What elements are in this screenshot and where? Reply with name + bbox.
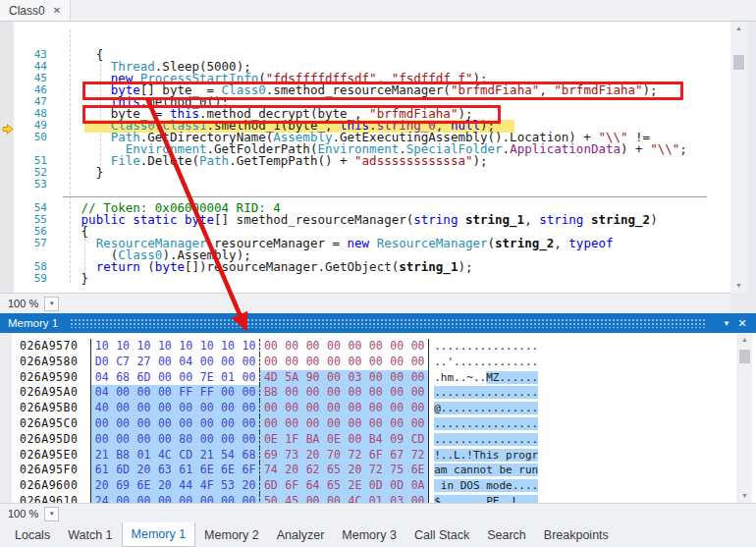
memory-row[interactable]: 026A957010101010101010100000000000000000… xyxy=(20,339,538,355)
memory-byte[interactable]: 4D xyxy=(259,370,281,386)
memory-byte[interactable]: 21 xyxy=(196,448,217,464)
memory-byte[interactable]: 00 xyxy=(112,416,133,432)
memory-byte[interactable]: 00 xyxy=(407,416,428,432)
memory-byte[interactable]: 00 xyxy=(407,401,428,416)
memory-byte[interactable]: 00 xyxy=(386,370,406,386)
memory-byte[interactable]: 61 xyxy=(91,463,112,478)
memory-byte[interactable]: 6E xyxy=(134,478,154,494)
memory-byte[interactable]: 63 xyxy=(154,463,175,478)
memory-byte[interactable]: 00 xyxy=(239,416,259,432)
memory-byte[interactable]: 00 xyxy=(134,432,154,448)
memory-row[interactable]: 026A95B040000000000000000000000000000000… xyxy=(20,401,538,416)
tool-tab-search[interactable]: Search xyxy=(478,522,535,547)
memory-byte[interactable]: 20 xyxy=(282,463,302,478)
editor-vertical-scrollbar[interactable]: ▲ ▼ xyxy=(730,22,747,293)
memory-byte[interactable]: 10 xyxy=(217,339,238,355)
memory-byte[interactable]: 00 xyxy=(259,401,281,416)
memory-byte[interactable]: 00 xyxy=(217,355,238,370)
memory-byte[interactable]: 00 xyxy=(282,339,302,355)
memory-byte[interactable]: 00 xyxy=(176,494,196,503)
memory-byte[interactable]: 00 xyxy=(282,416,302,432)
memory-byte[interactable]: 00 xyxy=(323,355,344,370)
memory-row[interactable]: 026A95D000000000800000000E1FBA0E00B409CD… xyxy=(20,432,538,448)
memory-byte[interactable]: 00 xyxy=(386,355,406,370)
memory-byte[interactable]: 00 xyxy=(302,416,323,432)
tool-tab-memory-2[interactable]: Memory 2 xyxy=(195,522,268,547)
memory-byte[interactable]: 45 xyxy=(282,494,302,503)
memory-byte[interactable]: 2E xyxy=(345,478,365,494)
memory-byte[interactable]: 80 xyxy=(176,432,196,448)
memory-hex-view[interactable]: 026A957010101010101010100000000000000000… xyxy=(0,333,756,503)
memory-byte[interactable]: 00 xyxy=(91,432,112,448)
memory-byte[interactable]: 00 xyxy=(217,385,238,401)
tab-class0[interactable]: Class0 ✕ xyxy=(0,0,71,21)
memory-row[interactable]: 026A95F0616D2063616E6E6F742062652072756E… xyxy=(20,463,538,478)
memory-byte[interactable]: 6F xyxy=(282,478,302,494)
tool-tab-watch-1[interactable]: Watch 1 xyxy=(59,522,121,547)
memory-byte[interactable]: 00 xyxy=(154,370,175,386)
memory-byte[interactable]: 00 xyxy=(323,401,344,416)
memory-byte[interactable]: 6F xyxy=(365,448,386,464)
memory-byte[interactable]: 4C xyxy=(154,448,175,464)
memory-byte[interactable]: 4F xyxy=(196,478,217,494)
memory-byte[interactable]: 00 xyxy=(259,339,281,355)
memory-byte[interactable]: 03 xyxy=(386,494,406,503)
memory-byte[interactable]: 6F xyxy=(239,463,259,478)
memory-byte[interactable]: 00 xyxy=(196,401,217,416)
memory-byte[interactable]: 04 xyxy=(91,370,112,386)
memory-byte[interactable]: 0D xyxy=(386,478,406,494)
memory-byte[interactable]: 00 xyxy=(154,385,175,401)
memory-byte[interactable]: 00 xyxy=(134,494,154,503)
memory-byte[interactable]: 00 xyxy=(302,401,323,416)
memory-byte[interactable]: 00 xyxy=(217,494,238,503)
memory-byte[interactable]: 67 xyxy=(386,448,406,464)
memory-byte[interactable]: C7 xyxy=(112,355,133,370)
memory-byte[interactable]: 00 xyxy=(112,385,133,401)
memory-byte[interactable]: 69 xyxy=(259,448,281,464)
memory-byte[interactable]: CD xyxy=(176,448,196,464)
memory-byte[interactable]: 09 xyxy=(386,432,406,448)
memory-byte[interactable]: 20 xyxy=(239,478,259,494)
memory-byte[interactable]: 01 xyxy=(217,370,238,386)
memory-window-titlebar[interactable]: Memory 1 ▾ ✕ xyxy=(0,313,756,333)
memory-byte[interactable]: 90 xyxy=(302,370,323,386)
memory-byte[interactable]: 1F xyxy=(282,432,302,448)
tool-tab-analyzer[interactable]: Analyzer xyxy=(268,522,334,547)
memory-byte[interactable]: 00 xyxy=(154,355,175,370)
memory-row[interactable]: 026A95E021B8014CCD21546869732070726F6772… xyxy=(20,448,538,464)
memory-byte[interactable]: 21 xyxy=(91,448,112,464)
memory-byte[interactable]: 00 xyxy=(239,401,259,416)
memory-byte[interactable]: 00 xyxy=(345,432,365,448)
memory-byte[interactable]: 61 xyxy=(176,463,196,478)
memory-byte[interactable]: 00 xyxy=(365,339,386,355)
memory-byte[interactable]: 01 xyxy=(134,448,154,464)
memory-byte[interactable]: 00 xyxy=(386,401,406,416)
memory-byte[interactable]: 00 xyxy=(112,494,133,503)
memory-vertical-scrollbar[interactable]: ▲ ▼ xyxy=(736,333,752,503)
memory-row[interactable]: 026A95A004000000FFFF0000B800000000000000… xyxy=(20,385,538,401)
memory-byte[interactable]: 00 xyxy=(154,432,175,448)
memory-byte[interactable]: 00 xyxy=(302,355,323,370)
memory-byte[interactable]: 00 xyxy=(259,355,281,370)
memory-byte[interactable]: 10 xyxy=(112,339,133,355)
memory-byte[interactable]: 00 xyxy=(176,401,196,416)
memory-byte[interactable]: 04 xyxy=(176,355,196,370)
memory-byte[interactable]: 65 xyxy=(323,463,344,478)
memory-byte[interactable]: 50 xyxy=(259,494,281,503)
memory-row[interactable]: 026A95C000000000000000000000000000000000… xyxy=(20,416,538,432)
memory-byte[interactable]: 00 xyxy=(239,370,259,386)
memory-byte[interactable]: 00 xyxy=(365,401,386,416)
memory-scrollbar-thumb[interactable] xyxy=(739,350,750,363)
memory-byte[interactable]: 00 xyxy=(345,385,365,401)
memory-byte[interactable]: 6D xyxy=(112,463,133,478)
memory-byte[interactable]: 6E xyxy=(217,463,238,478)
memory-byte[interactable]: 10 xyxy=(239,339,259,355)
tool-tab-breakpoints[interactable]: Breakpoints xyxy=(535,522,618,547)
memory-byte[interactable]: 7E xyxy=(196,370,217,386)
memory-byte[interactable]: 00 xyxy=(345,401,365,416)
memory-byte[interactable]: 20 xyxy=(345,463,365,478)
memory-byte[interactable]: 10 xyxy=(134,339,154,355)
memory-byte[interactable]: 4C xyxy=(345,494,365,503)
memory-byte[interactable]: 24 xyxy=(91,494,112,503)
tool-tab-memory-1[interactable]: Memory 1 xyxy=(122,522,196,547)
